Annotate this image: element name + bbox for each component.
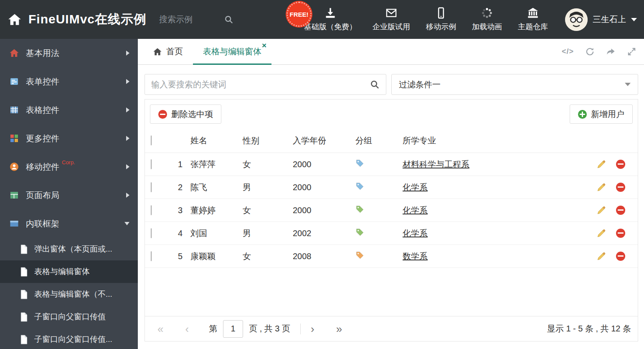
prev-page-button[interactable]: ‹ — [185, 324, 189, 334]
page-number-input[interactable] — [223, 320, 243, 338]
last-page-button[interactable]: » — [336, 324, 342, 334]
search-icon[interactable] — [224, 15, 233, 24]
sidebar-subitem-label: 子窗口向父窗口传值 — [34, 311, 106, 322]
table-header-row: 姓名 性别 入学年份 分组 所学专业 — [145, 129, 638, 153]
sidebar-item-page-layout[interactable]: 页面布局 — [0, 181, 138, 209]
sidebar-subitem-grid-edit-window-2[interactable]: 表格与编辑窗体（不... — [0, 283, 138, 306]
brand[interactable]: FineUIMvc在线示例 — [8, 11, 147, 28]
nav-item-loading-anim[interactable]: 加载动画 — [464, 7, 510, 32]
sidebar-subitem-label: 表格与编辑窗体 — [34, 266, 90, 277]
cell-actions — [588, 160, 638, 169]
delete-row-icon[interactable] — [616, 229, 625, 238]
delete-row-icon[interactable] — [616, 206, 625, 215]
sidebar-item-basic-usage[interactable]: 基本用法 — [0, 39, 138, 67]
sidebar-item-label: 更多控件 — [26, 133, 59, 144]
filter-dropdown[interactable]: 过滤条件一 — [391, 74, 638, 95]
sidebar-item-label: 内联框架 — [26, 218, 59, 229]
spinner-icon — [481, 7, 493, 19]
refresh-icon[interactable] — [585, 47, 595, 56]
major-link[interactable]: 材料科学与工程系 — [403, 160, 469, 169]
source-code-icon[interactable]: </> — [562, 47, 574, 56]
filter-dropdown-value: 过滤条件一 — [399, 79, 441, 90]
sidebar-item-mobile-controls[interactable]: 移动控件 Corp. — [0, 153, 138, 181]
cell-year: 2000 — [293, 183, 355, 192]
cell-gender: 男 — [243, 182, 293, 193]
major-link[interactable]: 化学系 — [403, 183, 428, 192]
major-link[interactable]: 化学系 — [403, 206, 428, 215]
close-icon[interactable]: × — [262, 41, 266, 49]
major-link[interactable]: 数学系 — [403, 252, 428, 261]
tab-home[interactable]: 首页 — [143, 39, 193, 64]
cell-gender: 女 — [243, 159, 293, 170]
expand-icon[interactable] — [627, 47, 636, 56]
forward-icon[interactable] — [606, 47, 616, 56]
house-icon — [9, 48, 19, 58]
user-menu[interactable]: 三生石上 — [565, 8, 637, 31]
sidebar-item-label: 页面布局 — [26, 190, 59, 201]
tag-icon[interactable] — [355, 183, 364, 192]
row-checkbox[interactable] — [151, 251, 152, 261]
avatar — [565, 8, 588, 31]
delete-row-icon[interactable] — [616, 252, 625, 261]
tab-bar: 首页 表格与编辑窗体 × </> — [138, 39, 644, 65]
file-icon — [20, 290, 28, 299]
sidebar-subitem-child-to-parent[interactable]: 子窗口向父窗口传值 — [0, 306, 138, 328]
delete-row-icon[interactable] — [616, 183, 625, 192]
major-link[interactable]: 化学系 — [403, 229, 428, 238]
file-icon — [20, 267, 28, 277]
cell-year: 2000 — [293, 206, 355, 215]
pagination-bar: « ‹ 第 页 , 共 3 页 › » 显示 1 - 5 条 , 共 12 条 — [145, 316, 638, 341]
row-checkbox[interactable] — [151, 205, 152, 215]
tab-toolbar: </> — [562, 39, 636, 64]
person-icon — [9, 162, 19, 172]
mail-icon — [385, 7, 397, 19]
app-title: FineUIMvc在线示例 — [28, 11, 147, 28]
cell-group — [355, 159, 403, 170]
cell-gender: 女 — [243, 205, 293, 216]
app-window: FineUIMvc在线示例 FREE! 基础版（免费） 企业版试用 移动示例 加… — [0, 0, 644, 349]
select-all-checkbox[interactable] — [151, 135, 152, 145]
sidebar-subitem-popup-window[interactable]: 弹出窗体（本页面或... — [0, 238, 138, 260]
nav-item-mobile-demo[interactable]: 移动示例 — [418, 7, 464, 32]
first-page-button[interactable]: « — [157, 324, 163, 334]
col-gender: 性别 — [243, 135, 293, 146]
nav-item-enterprise-trial[interactable]: 企业版试用 — [365, 7, 418, 32]
tag-icon[interactable] — [355, 160, 364, 169]
sidebar-subitem-grid-edit-window[interactable]: 表格与编辑窗体 — [0, 260, 138, 283]
add-user-button[interactable]: 新增用户 — [570, 104, 633, 124]
cell-year: 2008 — [293, 252, 355, 261]
tag-icon[interactable] — [355, 229, 364, 238]
row-checkbox[interactable] — [151, 159, 152, 169]
sidebar-item-more-controls[interactable]: 更多控件 — [0, 124, 138, 153]
tab-label: 表格与编辑窗体 — [203, 46, 261, 57]
tag-icon[interactable] — [355, 206, 364, 215]
delete-row-icon[interactable] — [616, 160, 625, 169]
row-checkbox[interactable] — [151, 228, 152, 238]
edit-pencil-icon[interactable] — [596, 206, 606, 215]
edit-pencil-icon[interactable] — [596, 252, 606, 261]
chevron-right-icon — [126, 51, 129, 56]
sidebar-subitem-child-to-parent-2[interactable]: 子窗口向父窗口传值... — [0, 328, 138, 349]
home-icon — [8, 13, 22, 27]
edit-pencil-icon[interactable] — [596, 160, 606, 169]
sidebar-item-grid-controls[interactable]: 表格控件 — [0, 96, 138, 124]
chevron-right-icon — [126, 193, 129, 198]
tab-grid-edit-window[interactable]: 表格与编辑窗体 × — [193, 39, 271, 64]
nav-label: 加载动画 — [472, 22, 502, 32]
sidebar-item-inline-frame[interactable]: 内联框架 — [0, 209, 138, 238]
divider — [300, 324, 301, 334]
keyword-search-input[interactable] — [151, 80, 370, 89]
row-checkbox[interactable] — [151, 182, 152, 192]
cell-actions — [588, 229, 638, 238]
nav-item-theme-store[interactable]: 主题仓库 — [510, 7, 556, 32]
next-page-button[interactable]: › — [311, 324, 314, 334]
edit-pencil-icon[interactable] — [596, 183, 606, 192]
page-prefix-label: 第 — [209, 323, 217, 334]
edit-pencil-icon[interactable] — [596, 229, 606, 238]
blocks-icon — [9, 133, 19, 143]
sidebar-item-form-controls[interactable]: 表单控件 — [0, 67, 138, 96]
tag-icon[interactable] — [355, 252, 364, 261]
delete-selected-button[interactable]: 删除选中项 — [150, 104, 221, 124]
search-icon[interactable] — [370, 80, 380, 89]
header-search-input[interactable] — [159, 15, 222, 24]
